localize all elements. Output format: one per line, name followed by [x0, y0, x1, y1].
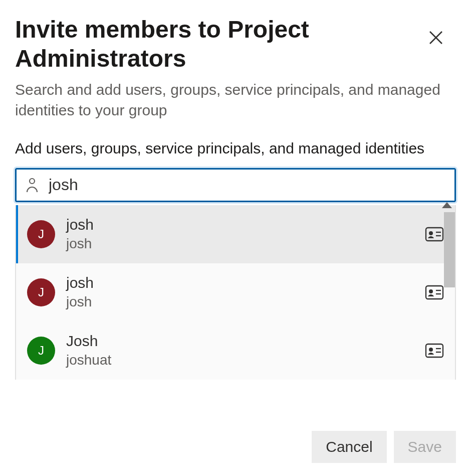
svg-point-2 [429, 231, 433, 235]
scrollbar-thumb[interactable] [444, 212, 455, 287]
suggestion-item-2[interactable]: J Josh joshuat [16, 322, 455, 380]
search-field-label: Add users, groups, service principals, a… [15, 138, 456, 159]
suggestion-detail: josh [66, 294, 425, 310]
cancel-button[interactable]: Cancel [312, 431, 386, 463]
save-button[interactable]: Save [394, 431, 456, 463]
svg-rect-5 [426, 286, 443, 299]
close-button[interactable] [426, 28, 446, 48]
panel-subtitle: Search and add users, groups, service pr… [15, 80, 456, 120]
avatar: J [27, 278, 55, 306]
person-icon [26, 177, 39, 193]
identity-card-icon [425, 343, 444, 358]
identity-card-icon [425, 227, 444, 242]
avatar: J [27, 337, 55, 365]
suggestion-detail: joshuat [66, 352, 425, 368]
suggestion-name: josh [66, 216, 425, 233]
dialog-footer: Cancel Save [312, 431, 456, 463]
suggestion-name: Josh [66, 333, 425, 349]
close-icon [428, 30, 444, 46]
svg-rect-9 [426, 344, 443, 357]
identity-card-icon [425, 285, 444, 300]
suggestion-list: J josh josh J josh josh J Josh joshuat [15, 205, 456, 380]
svg-rect-1 [426, 228, 443, 241]
svg-point-0 [30, 179, 35, 184]
suggestion-item-0[interactable]: J josh josh [16, 205, 455, 263]
identity-search-field[interactable] [15, 168, 456, 202]
suggestion-name: josh [66, 274, 425, 291]
panel-title: Invite members to Project Administrators [15, 15, 416, 73]
svg-point-10 [429, 348, 433, 352]
svg-point-6 [429, 289, 433, 293]
suggestion-detail: josh [66, 236, 425, 252]
avatar: J [27, 220, 55, 248]
suggestion-item-1[interactable]: J josh josh [16, 263, 455, 322]
identity-search-input[interactable] [49, 170, 445, 201]
scroll-up-arrow[interactable] [442, 202, 452, 208]
